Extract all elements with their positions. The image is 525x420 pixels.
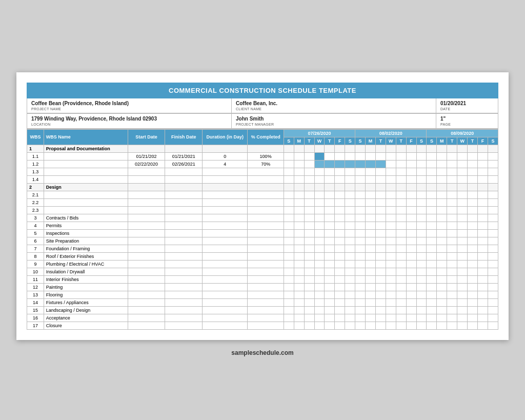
wbs-cell: 1.1 (27, 152, 44, 160)
task-name-cell: Insulation / Drywall (44, 268, 128, 275)
day-s1: S (284, 137, 294, 145)
wbs-cell: 14 (27, 298, 44, 306)
wbs-cell: 1.2 (27, 160, 44, 168)
table-row: 16 Acceptance (27, 314, 498, 322)
footer: sampleschedule.com (231, 345, 293, 358)
task-name-cell: Landscaping / Design (44, 306, 128, 314)
client-name-label: CLIENT NAME (236, 107, 432, 111)
day-w2: W (386, 137, 396, 145)
task-name-cell: Foundation / Framing (44, 245, 128, 252)
day-s3: S (355, 137, 366, 145)
table-row: 15 Landscaping / Design (27, 306, 498, 314)
task-name-cell (44, 152, 128, 160)
task-name-cell: Permits (44, 222, 128, 229)
project-name-label: PROJECT NAME (31, 107, 227, 111)
task-name-cell: Design (44, 183, 128, 191)
wbs-cell: 9 (27, 260, 44, 268)
day-f2: F (406, 137, 416, 145)
table-row: 2.3 (27, 206, 498, 214)
wbs-cell: 15 (27, 306, 44, 314)
day-t1: T (304, 137, 314, 145)
client-name-value: Coffee Bean, Inc. (236, 101, 432, 106)
page-cell: 1" PAGE (436, 114, 498, 129)
task-name-cell: Painting (44, 283, 128, 291)
table-row: 9 Plumbing / Electrical / HVAC (27, 260, 498, 268)
table-row: 13 Flooring (27, 291, 498, 298)
task-name-cell: Interior Finishes (44, 275, 128, 283)
page-title: COMMERCIAL CONSTRUCTION SCHEDULE TEMPLAT… (169, 87, 356, 94)
header-week2: 08/02/2020 (355, 129, 427, 137)
day-f3: F (478, 137, 488, 145)
wbs-cell: 3 (27, 214, 44, 222)
manager-cell: John Smith PROJECT MANAGER (232, 114, 436, 129)
wbs-cell: 5 (27, 229, 44, 237)
table-row: 12 Painting (27, 283, 498, 291)
task-name-cell (44, 175, 128, 183)
info-section-row1: Coffee Bean (Providence, Rhode Island) P… (27, 98, 498, 114)
table-row: 14 Fixtures / Appliances (27, 298, 498, 306)
task-name-cell: Fixtures / Appliances (44, 298, 128, 306)
project-name-value: Coffee Bean (Providence, Rhode Island) (31, 101, 227, 106)
day-w1: W (314, 137, 325, 145)
info-section-row2: 1799 Winding Way, Providence, Rhode Isla… (27, 114, 498, 129)
table-row: 3 Contracts / Bids (27, 214, 498, 222)
task-name-cell: Closure (44, 322, 128, 329)
wbs-cell: 1.4 (27, 175, 44, 183)
manager-value: John Smith (236, 116, 432, 122)
task-name-cell: Roof / Exterior Finishes (44, 252, 128, 260)
table-row: 2.1 (27, 191, 498, 198)
task-name-cell (44, 191, 128, 198)
page-wrapper: COMMERCIAL CONSTRUCTION SCHEDULE TEMPLAT… (16, 72, 509, 340)
wbs-cell: 1.3 (27, 168, 44, 175)
header-week1: 07/26/2020 (284, 129, 355, 137)
day-f1: F (335, 137, 345, 145)
date-label: DATE (440, 107, 494, 111)
wbs-cell: 13 (27, 291, 44, 298)
wbs-cell: 11 (27, 275, 44, 283)
wbs-cell: 2 (27, 183, 44, 191)
day-s6: S (488, 137, 498, 145)
day-s2: S (345, 137, 355, 145)
day-m2: M (366, 137, 376, 145)
task-name-cell: Flooring (44, 291, 128, 298)
table-row: 1.2 02/22/2020 02/26/2021 4 70% (27, 160, 498, 168)
wbs-cell: 6 (27, 237, 44, 245)
header-start: Start Date (128, 129, 165, 145)
table-row: 2 Design (27, 183, 498, 191)
page-value: 1" (440, 116, 494, 122)
wbs-cell: 17 (27, 322, 44, 329)
wbs-cell: 2.2 (27, 198, 44, 206)
wbs-cell: 8 (27, 252, 44, 260)
day-t4: T (396, 137, 406, 145)
task-name-cell: Acceptance (44, 314, 128, 322)
day-s4: S (416, 137, 427, 145)
task-name-cell (44, 168, 128, 175)
day-w3: W (457, 137, 468, 145)
task-name-cell (44, 206, 128, 214)
wbs-cell: 2.1 (27, 191, 44, 198)
schedule-table: WBS WBS Name Start Date Finish Date Dura… (27, 129, 498, 330)
table-row: 7 Foundation / Framing (27, 245, 498, 252)
table-row: 2.2 (27, 198, 498, 206)
table-row: 17 Closure (27, 322, 498, 329)
location-value: 1799 Winding Way, Providence, Rhode Isla… (31, 116, 227, 122)
client-name-cell: Coffee Bean, Inc. CLIENT NAME (232, 98, 436, 113)
task-name-cell: Site Preparation (44, 237, 128, 245)
wbs-cell: 4 (27, 222, 44, 229)
day-t5: T (447, 137, 457, 145)
title-bar: COMMERCIAL CONSTRUCTION SCHEDULE TEMPLAT… (27, 83, 498, 98)
wbs-cell: 10 (27, 268, 44, 275)
wbs-cell: 16 (27, 314, 44, 322)
page-label: PAGE (440, 123, 494, 126)
day-t6: T (468, 137, 478, 145)
wbs-cell: 7 (27, 245, 44, 252)
wbs-cell: 1 (27, 145, 44, 152)
day-s5: S (427, 137, 437, 145)
header-wbs-name: WBS Name (44, 129, 128, 145)
table-row: 6 Site Preparation (27, 237, 498, 245)
header-duration: Duration (in Day) (203, 129, 248, 145)
location-label: LOCATION (31, 123, 227, 126)
day-t2: T (325, 137, 335, 145)
day-m1: M (294, 137, 304, 145)
manager-label: PROJECT MANAGER (236, 123, 432, 126)
